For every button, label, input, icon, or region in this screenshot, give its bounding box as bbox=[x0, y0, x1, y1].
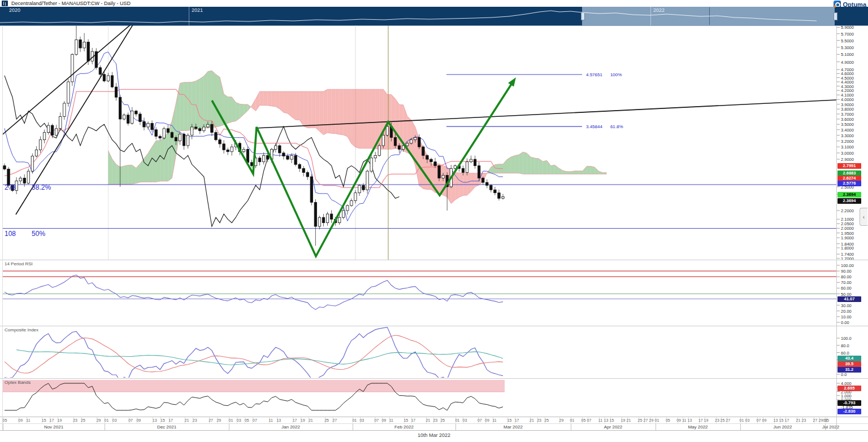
day-label[interactable]: 21 bbox=[309, 418, 313, 422]
day-label[interactable]: 29 bbox=[216, 418, 221, 422]
day-label[interactable]: 11 bbox=[26, 418, 30, 422]
day-label[interactable]: 03 bbox=[237, 418, 241, 422]
day-label[interactable]: 13 bbox=[774, 418, 778, 422]
day-label[interactable]: 11 bbox=[598, 418, 602, 422]
day-label[interactable]: 01 bbox=[570, 418, 575, 422]
month-label[interactable]: May 2022 bbox=[688, 425, 708, 430]
month-label[interactable]: Mar 2022 bbox=[504, 425, 523, 430]
day-label[interactable]: 15 bbox=[610, 418, 614, 422]
day-label[interactable]: 17 bbox=[515, 418, 519, 422]
day-label[interactable]: 29 bbox=[559, 418, 564, 422]
day-label[interactable]: 23 bbox=[802, 418, 806, 422]
day-label[interactable]: 05 bbox=[245, 418, 249, 422]
day-label[interactable]: 07 bbox=[128, 418, 133, 422]
day-label[interactable]: 01 bbox=[229, 418, 233, 422]
day-label[interactable]: 07 bbox=[374, 418, 379, 422]
day-label[interactable]: 07 bbox=[253, 418, 257, 422]
month-label[interactable]: Nov 2021 bbox=[44, 425, 63, 430]
day-label[interactable]: 19 bbox=[704, 418, 709, 422]
day-label[interactable]: 21 bbox=[796, 418, 801, 422]
month-label[interactable]: Feb 2022 bbox=[394, 425, 414, 430]
day-label[interactable]: 17 bbox=[698, 418, 703, 422]
day-label[interactable]: 23 bbox=[73, 418, 77, 422]
day-label[interactable]: 11 bbox=[269, 418, 273, 422]
day-label[interactable]: 27 bbox=[209, 418, 213, 422]
day-label[interactable]: 01 bbox=[740, 418, 744, 422]
price-badge[interactable]: 41.07 bbox=[837, 296, 861, 302]
day-label[interactable]: 21 bbox=[530, 418, 534, 422]
day-label[interactable]: 09 bbox=[676, 418, 681, 422]
day-label[interactable]: 23 bbox=[715, 418, 719, 422]
day-label[interactable]: 25 bbox=[324, 418, 329, 422]
day-label[interactable]: 25 bbox=[638, 418, 643, 422]
day-label[interactable]: 17 bbox=[293, 418, 297, 422]
day-label[interactable]: 27 bbox=[644, 418, 648, 422]
price-badge[interactable]: 2.7991 bbox=[837, 163, 861, 169]
day-label[interactable]: 09 bbox=[136, 418, 141, 422]
day-label[interactable]: 01 bbox=[654, 418, 659, 422]
day-label[interactable]: 19 bbox=[621, 418, 626, 422]
price-badge[interactable]: 39.5 bbox=[837, 361, 861, 367]
day-label[interactable]: 25 bbox=[440, 418, 445, 422]
price-badge[interactable]: 2.5776 bbox=[837, 181, 861, 186]
day-label[interactable]: 05 bbox=[3, 418, 7, 422]
day-label[interactable]: 11 bbox=[389, 418, 393, 422]
day-label[interactable]: 05 bbox=[581, 418, 586, 422]
day-label[interactable]: 27 bbox=[813, 418, 818, 422]
day-label[interactable]: 23 bbox=[433, 418, 437, 422]
month-label[interactable]: Apr 2022 bbox=[604, 425, 622, 430]
day-label[interactable]: 13 bbox=[688, 418, 692, 422]
day-label[interactable]: 07 bbox=[478, 418, 482, 422]
day-label[interactable]: 17 bbox=[785, 418, 789, 422]
fib-line-label[interactable]: 4.57651100% bbox=[586, 72, 622, 77]
collapse-panel-button[interactable]: ‹ bbox=[860, 208, 867, 226]
price-badge[interactable]: -2.830 bbox=[837, 409, 861, 414]
day-label[interactable]: 27 bbox=[332, 418, 337, 422]
day-label[interactable]: 01 bbox=[352, 418, 357, 422]
day-label[interactable]: 03 bbox=[745, 418, 750, 422]
day-label[interactable]: 09 bbox=[762, 418, 767, 422]
day-label[interactable]: 15 bbox=[779, 418, 784, 422]
day-label[interactable]: 25 bbox=[721, 418, 725, 422]
day-label[interactable]: 23 bbox=[537, 418, 541, 422]
day-label[interactable]: 21 bbox=[185, 418, 189, 422]
month-label[interactable]: Jan 2022 bbox=[281, 425, 300, 430]
price-badge[interactable]: 2.3694 bbox=[837, 198, 861, 204]
price-badge[interactable]: 43.4 bbox=[837, 356, 861, 361]
day-label[interactable]: 27 bbox=[726, 418, 730, 422]
day-label[interactable]: 11 bbox=[492, 418, 496, 422]
price-badge[interactable]: 2.3694 bbox=[837, 192, 861, 198]
day-label[interactable]: 13 bbox=[604, 418, 609, 422]
fib-line-label[interactable]: 3.4584461.8% bbox=[586, 124, 623, 129]
day-label[interactable]: 09 bbox=[18, 418, 23, 422]
day-label[interactable]: 25 bbox=[81, 418, 85, 422]
day-label[interactable]: 17 bbox=[411, 418, 415, 422]
price-badge[interactable]: 31.2 bbox=[837, 367, 861, 373]
day-label[interactable]: 11 bbox=[682, 418, 686, 422]
day-label[interactable]: 15 bbox=[160, 418, 165, 422]
day-label[interactable]: 23 bbox=[193, 418, 197, 422]
day-label[interactable]: 17 bbox=[50, 418, 54, 422]
day-label[interactable]: 29 bbox=[649, 418, 654, 422]
day-label[interactable]: 19 bbox=[57, 418, 62, 422]
price-badge[interactable]: -0.793 bbox=[837, 400, 861, 406]
day-label[interactable]: 29 bbox=[819, 418, 823, 422]
day-label[interactable]: 29 bbox=[97, 418, 101, 422]
day-label[interactable]: 15 bbox=[507, 418, 511, 422]
month-label[interactable]: Jun 2022 bbox=[774, 425, 792, 430]
day-label[interactable]: 09 bbox=[381, 418, 386, 422]
day-label[interactable]: 13 bbox=[276, 418, 281, 422]
day-label[interactable]: 13 bbox=[153, 418, 157, 422]
day-label[interactable]: 25 bbox=[544, 418, 549, 422]
day-label[interactable]: 05 bbox=[666, 418, 670, 422]
day-label[interactable]: 19 bbox=[301, 418, 305, 422]
day-label[interactable]: 21 bbox=[627, 418, 631, 422]
day-label[interactable]: 15 bbox=[42, 418, 46, 422]
day-label[interactable]: 03 bbox=[463, 418, 467, 422]
day-label[interactable]: 01 bbox=[105, 418, 109, 422]
day-label[interactable]: 21 bbox=[426, 418, 430, 422]
day-label[interactable]: 01 bbox=[455, 418, 459, 422]
day-label[interactable]: 03 bbox=[359, 418, 364, 422]
day-label[interactable]: 05 bbox=[824, 418, 829, 422]
day-label[interactable]: 03 bbox=[112, 418, 117, 422]
